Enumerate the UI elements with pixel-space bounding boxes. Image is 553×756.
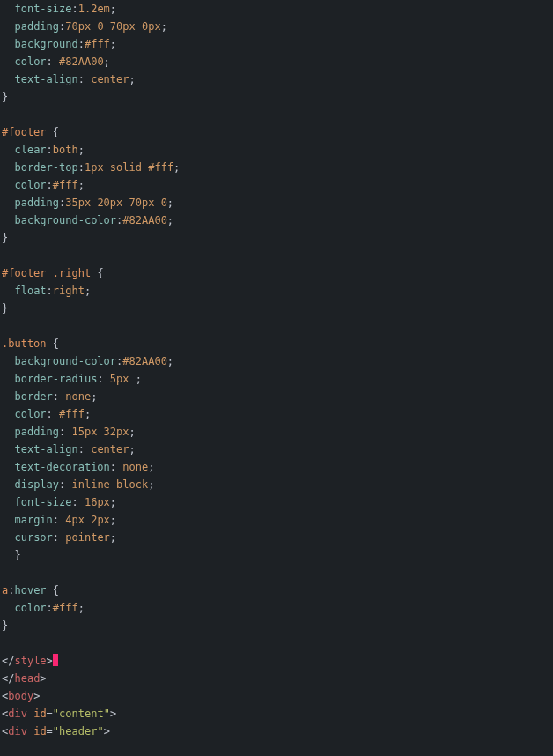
- code-line[interactable]: <body>: [0, 687, 553, 705]
- code-line[interactable]: [0, 106, 553, 123]
- code-line[interactable]: color:#fff;: [0, 599, 553, 617]
- code-line[interactable]: font-size:1.2em;: [0, 0, 553, 18]
- code-line[interactable]: [0, 247, 553, 264]
- code-line[interactable]: cursor: pointer;: [0, 529, 553, 546]
- code-line[interactable]: text-align: center;: [0, 441, 553, 458]
- code-line[interactable]: color:#fff;: [0, 176, 553, 194]
- code-line[interactable]: #footer {: [0, 123, 553, 141]
- code-line[interactable]: color: #82AA00;: [0, 53, 553, 70]
- code-line[interactable]: margin: 4px 2px;: [0, 511, 553, 529]
- code-line[interactable]: padding:35px 20px 70px 0;: [0, 194, 553, 211]
- code-line[interactable]: [0, 564, 553, 582]
- code-line[interactable]: padding: 15px 32px;: [0, 423, 553, 441]
- code-line[interactable]: }: [0, 546, 553, 564]
- code-line[interactable]: <div id="content">: [0, 705, 553, 723]
- code-line[interactable]: background-color:#82AA00;: [0, 211, 553, 229]
- code-line[interactable]: #footer .right {: [0, 264, 553, 282]
- code-line[interactable]: clear:both;: [0, 141, 553, 159]
- code-line[interactable]: text-align: center;: [0, 70, 553, 88]
- code-line[interactable]: text-decoration: none;: [0, 458, 553, 476]
- code-line[interactable]: }: [0, 300, 553, 317]
- code-line[interactable]: padding:70px 0 70px 0px;: [0, 18, 553, 35]
- code-line[interactable]: background-color:#82AA00;: [0, 352, 553, 370]
- code-line[interactable]: font-size: 16px;: [0, 493, 553, 511]
- code-line[interactable]: </style>: [0, 652, 553, 670]
- code-line[interactable]: color: #fff;: [0, 405, 553, 423]
- code-line[interactable]: [0, 317, 553, 335]
- code-line[interactable]: border-top:1px solid #fff;: [0, 159, 553, 176]
- code-line[interactable]: }: [0, 617, 553, 634]
- text-cursor: [53, 654, 58, 666]
- code-line[interactable]: [0, 634, 553, 652]
- code-line[interactable]: </head>: [0, 670, 553, 687]
- code-line[interactable]: }: [0, 88, 553, 106]
- code-line[interactable]: border-radius: 5px ;: [0, 370, 553, 388]
- code-editor[interactable]: font-size:1.2em; padding:70px 0 70px 0px…: [0, 0, 553, 740]
- code-line[interactable]: display: inline-block;: [0, 476, 553, 493]
- code-line[interactable]: border: none;: [0, 388, 553, 405]
- code-line[interactable]: background:#fff;: [0, 35, 553, 53]
- code-line[interactable]: a:hover {: [0, 582, 553, 599]
- code-line[interactable]: .button {: [0, 335, 553, 352]
- code-line[interactable]: }: [0, 229, 553, 247]
- code-line[interactable]: <div id="header">: [0, 723, 553, 740]
- code-line[interactable]: float:right;: [0, 282, 553, 300]
